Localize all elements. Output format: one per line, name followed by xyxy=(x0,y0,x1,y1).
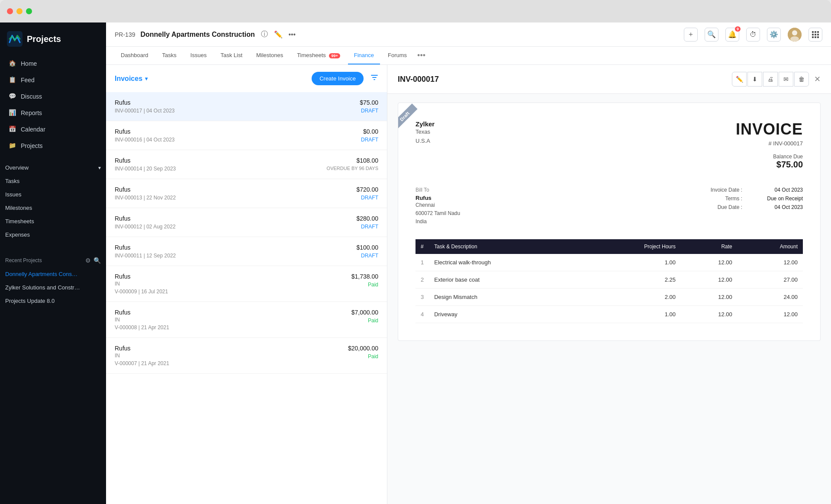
invoice-item-inv11[interactable]: Rufus INV-000011 | 12 Sep 2022 $100.00 D… xyxy=(106,237,387,266)
sidebar-item-issues[interactable]: Issues xyxy=(0,188,106,201)
sidebar-logo[interactable]: Projects xyxy=(0,22,106,55)
close-window-button[interactable] xyxy=(7,8,13,14)
edit-icon[interactable]: ✏️ xyxy=(274,30,283,39)
invoice-amount: $280.00 xyxy=(356,215,378,222)
download-invoice-button[interactable]: ⬇ xyxy=(747,72,762,87)
svg-rect-12 xyxy=(817,36,819,38)
email-invoice-button[interactable]: ✉ xyxy=(779,72,793,87)
delete-invoice-button[interactable]: 🗑 xyxy=(794,72,809,87)
invoice-item-inv17[interactable]: Rufus INV-000017 | 04 Oct 2023 $75.00 DR… xyxy=(106,92,387,121)
invoice-amount: $0.00 xyxy=(361,128,378,135)
tab-task-list[interactable]: Task List xyxy=(214,47,248,64)
tab-tasks[interactable]: Tasks xyxy=(156,47,183,64)
sidebar-item-milestones[interactable]: Milestones xyxy=(0,201,106,215)
project-nav-tabs: Dashboard Tasks Issues Task List Milesto… xyxy=(106,47,831,65)
search-icon[interactable]: 🔍 xyxy=(93,257,101,264)
svg-point-2 xyxy=(792,30,797,35)
invoice-status: DRAFT xyxy=(361,137,378,143)
invoice-list-header: Invoices ▾ Create Invoice xyxy=(106,65,387,92)
invoice-meta: INV-000016 | 04 Oct 2023 xyxy=(115,137,175,143)
tab-dashboard[interactable]: Dashboard xyxy=(115,47,155,64)
recent-project-donnelly[interactable]: Donnelly Apartments Cons… xyxy=(0,267,106,281)
invoice-date-label: Invoice Date : xyxy=(711,187,742,193)
invoice-action-buttons: ✏️ ⬇ 🖨 ✉ 🗑 xyxy=(732,72,809,87)
edit-invoice-button[interactable]: ✏️ xyxy=(732,72,747,87)
invoice-status: DRAFT xyxy=(356,195,378,201)
recent-projects-header: Recent Projects ⚙ 🔍 xyxy=(0,250,106,267)
invoice-status: DRAFT xyxy=(360,108,378,114)
row3-num: 3 xyxy=(416,288,429,305)
sidebar-item-tasks[interactable]: Tasks xyxy=(0,174,106,188)
sidebar-overview-item[interactable]: Overview ▾ xyxy=(0,161,106,174)
invoice-item-inv9[interactable]: Rufus IN V-000009 | 16 Jul 2021 $1,738.0… xyxy=(106,266,387,302)
settings-button[interactable]: ⚙️ xyxy=(767,28,781,42)
avatar[interactable] xyxy=(788,28,802,42)
invoices-title[interactable]: Invoices ▾ xyxy=(115,75,148,83)
minimize-window-button[interactable] xyxy=(16,8,23,14)
timer-button[interactable]: ⏱ xyxy=(746,28,760,42)
home-icon: 🏠 xyxy=(9,60,16,67)
invoice-amount: $20,000.00 xyxy=(348,345,378,352)
notifications-button[interactable]: 🔔 9 xyxy=(725,28,739,42)
invoice-name: Rufus xyxy=(115,186,176,193)
grid-menu-button[interactable] xyxy=(808,28,822,42)
sidebar-item-projects[interactable]: 📁 Projects xyxy=(3,138,103,154)
svg-rect-7 xyxy=(812,34,814,35)
invoice-amount: $75.00 xyxy=(360,99,378,106)
topbar: PR-139 Donnelly Apartments Construction … xyxy=(106,22,831,47)
recent-project-zylker[interactable]: Zylker Solutions and Constr… xyxy=(0,281,106,294)
invoice-document: Draft Zylker Texas U.S.A INVOICE # xyxy=(398,103,821,341)
sidebar-item-feed[interactable]: 📋 Feed xyxy=(3,72,103,88)
invoice-name: Rufus xyxy=(115,128,175,135)
filter-icon[interactable] xyxy=(370,74,378,83)
invoice-item-inv7[interactable]: Rufus IN V-000007 | 21 Apr 2021 $20,000.… xyxy=(106,338,387,374)
more-options-icon[interactable]: ••• xyxy=(288,30,296,39)
invoice-amount: $1,738.00 xyxy=(351,273,378,280)
content-area: Invoices ▾ Create Invoice Rufus xyxy=(106,65,831,504)
balance-due-label: Balance Due xyxy=(736,154,803,160)
tab-timesheets[interactable]: Timesheets 99+ xyxy=(291,47,346,64)
project-name: Donnelly Apartments Construction xyxy=(140,31,254,39)
sidebar-item-discuss[interactable]: 💬 Discuss xyxy=(3,88,103,105)
invoice-detail-id: INV-000017 xyxy=(398,75,439,84)
sidebar: Projects 🏠 Home 📋 Feed 💬 Discuss 📊 Repor… xyxy=(0,22,106,504)
invoice-meta: INV-000011 | 12 Sep 2022 xyxy=(115,253,176,259)
col-desc-header: Task & Description xyxy=(429,239,584,254)
table-row: 1 Electrical walk-through 1.00 12.00 12.… xyxy=(416,254,803,271)
search-button[interactable]: 🔍 xyxy=(705,28,718,42)
close-detail-button[interactable]: ✕ xyxy=(814,74,821,84)
sidebar-item-home[interactable]: 🏠 Home xyxy=(3,55,103,72)
tab-milestones[interactable]: Milestones xyxy=(250,47,289,64)
recent-project-update[interactable]: Projects Update 8.0 xyxy=(0,294,106,308)
sidebar-item-expenses[interactable]: Expenses xyxy=(0,228,106,241)
invoice-item-inv13[interactable]: Rufus INV-000013 | 22 Nov 2022 $720.00 D… xyxy=(106,179,387,208)
sidebar-item-timesheets[interactable]: Timesheets xyxy=(0,215,106,228)
invoice-item-inv14[interactable]: Rufus INV-000014 | 20 Sep 2023 $108.00 O… xyxy=(106,150,387,179)
tab-forums[interactable]: Forums xyxy=(382,47,413,64)
tab-issues[interactable]: Issues xyxy=(184,47,213,64)
settings-icon[interactable]: ⚙ xyxy=(85,257,91,264)
add-button[interactable]: ＋ xyxy=(684,28,698,42)
invoice-due-date-value: 04 Oct 2023 xyxy=(751,204,803,210)
create-invoice-button[interactable]: Create Invoice xyxy=(312,72,364,85)
invoice-status: DRAFT xyxy=(356,253,378,259)
maximize-window-button[interactable] xyxy=(26,8,32,14)
draft-ribbon: Draft xyxy=(398,103,433,138)
tab-finance[interactable]: Finance xyxy=(348,47,380,64)
invoice-meta: INV-000013 | 22 Nov 2022 xyxy=(115,195,176,201)
invoice-item-inv16[interactable]: Rufus INV-000016 | 04 Oct 2023 $0.00 DRA… xyxy=(106,121,387,150)
svg-rect-9 xyxy=(817,34,819,35)
sidebar-item-calendar[interactable]: 📅 Calendar xyxy=(3,121,103,138)
row1-num: 1 xyxy=(416,254,429,271)
invoice-terms-row: Terms : Due on Receipt xyxy=(711,196,803,202)
invoice-item-inv8[interactable]: Rufus IN V-000008 | 21 Apr 2021 $7,000.0… xyxy=(106,302,387,338)
row2-amount: 27.00 xyxy=(738,271,803,288)
invoice-heading: INVOICE # INV-000017 Balance Due $75.00 xyxy=(736,120,803,170)
sidebar-item-reports[interactable]: 📊 Reports xyxy=(3,105,103,121)
balance-amount: $75.00 xyxy=(736,160,803,170)
row3-amount: 24.00 xyxy=(738,288,803,305)
print-invoice-button[interactable]: 🖨 xyxy=(763,72,778,87)
invoice-item-inv12[interactable]: Rufus INV-000012 | 02 Aug 2022 $280.00 D… xyxy=(106,208,387,237)
tab-more-button[interactable]: ••• xyxy=(415,48,428,64)
info-icon[interactable]: ⓘ xyxy=(260,30,269,39)
